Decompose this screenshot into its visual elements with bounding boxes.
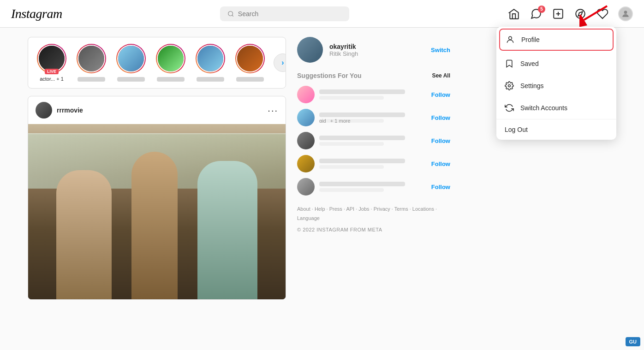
dropdown-logout-label: Log Out (505, 126, 528, 133)
explore-icon[interactable] (574, 7, 587, 20)
svg-point-5 (576, 9, 585, 18)
switch-accounts-button[interactable]: Switch (431, 47, 450, 53)
story-item[interactable] (75, 44, 107, 82)
stories-container: LIVE actor... + 1 (28, 37, 286, 89)
profile-avatar-button[interactable] (618, 6, 633, 21)
story-avatar (117, 45, 145, 72)
list-item: Follow (297, 178, 450, 196)
dropdown-profile-label: Profile (521, 36, 540, 43)
list-item: Follow (297, 86, 450, 103)
dropdown-logout[interactable]: Log Out (496, 119, 616, 140)
story-label-blurred (157, 77, 185, 82)
search-input[interactable] (238, 10, 342, 18)
story-item[interactable] (155, 44, 187, 82)
svg-point-11 (508, 85, 511, 87)
suggestion-avatar (297, 109, 315, 126)
notifications-icon[interactable] (596, 7, 609, 20)
svg-line-1 (232, 15, 233, 16)
story-avatar (38, 45, 66, 72)
svg-point-10 (509, 36, 512, 40)
svg-point-0 (228, 11, 233, 16)
stories-next-button[interactable]: › (274, 53, 286, 72)
svg-marker-6 (578, 12, 582, 16)
instagram-logo: Instagram (11, 6, 62, 21)
list-item: Follow (297, 155, 450, 172)
story-label-blurred (197, 77, 224, 82)
follow-button[interactable]: Follow (431, 160, 450, 167)
settings-icon (505, 81, 514, 90)
messages-icon[interactable]: 5 (530, 7, 543, 20)
story-label-blurred (78, 77, 105, 82)
post-card: rrrmovie ··· (28, 96, 286, 300)
suggestion-sub-bar (319, 142, 384, 146)
story-item[interactable] (115, 44, 147, 82)
story-label: actor... + 1 (40, 76, 64, 82)
suggestion-name-bar (319, 159, 405, 163)
profile-info: okayritik Ritik Singh Switch (297, 37, 450, 63)
header-nav: 5 (507, 6, 633, 21)
sidebar: okayritik Ritik Singh Switch Suggestions… (286, 28, 461, 350)
story-ring (116, 44, 146, 73)
dropdown-settings[interactable]: Settings (496, 75, 616, 97)
suggestion-avatar (297, 178, 315, 196)
post-avatar (36, 102, 52, 119)
figure-middle (131, 152, 178, 299)
story-avatar (157, 45, 185, 72)
messages-badge: 5 (538, 6, 545, 13)
profile-username[interactable]: okayritik (329, 43, 424, 50)
follow-button[interactable]: Follow (431, 137, 450, 144)
person-icon (506, 35, 515, 44)
suggestion-name-bar (319, 89, 405, 94)
see-all-button[interactable]: See All (432, 72, 450, 79)
story-label-blurred (236, 77, 264, 82)
suggestion-name-bar (319, 113, 405, 117)
story-ring (156, 44, 185, 73)
suggestion-info: gid_ + 1 more (319, 113, 427, 123)
suggestion-name-bar (319, 136, 405, 140)
story-ring (77, 44, 106, 73)
dropdown-saved[interactable]: Saved (496, 53, 616, 75)
story-ring (235, 44, 265, 73)
suggestion-name-bar (319, 182, 405, 186)
post-scene (28, 124, 286, 299)
story-avatar (78, 45, 105, 72)
create-icon[interactable] (552, 7, 565, 20)
follow-button[interactable]: Follow (431, 114, 450, 121)
list-item: gid_ + 1 more Follow (297, 109, 450, 126)
list-item: Follow (297, 132, 450, 149)
scene-figures (28, 124, 286, 299)
dropdown-settings-label: Settings (520, 82, 544, 89)
suggestion-avatar (297, 155, 315, 172)
footer-links: About · Help · Press · API · Jobs · Priv… (297, 205, 450, 223)
follow-button[interactable]: Follow (431, 184, 450, 190)
suggestion-avatar (297, 86, 315, 103)
home-icon[interactable] (507, 7, 520, 20)
story-item[interactable] (234, 44, 266, 82)
story-avatar (236, 45, 264, 72)
suggestions-title: Suggestions For You (297, 72, 362, 79)
profile-fullname: Ritik Singh (329, 50, 424, 57)
feed: LIVE actor... + 1 (0, 28, 286, 350)
dropdown-switch[interactable]: Switch Accounts (496, 97, 616, 119)
svg-point-7 (624, 11, 627, 14)
suggestion-info (319, 136, 427, 146)
dropdown-switch-label: Switch Accounts (520, 104, 567, 112)
dropdown-menu: Profile Saved Settings Switch Accounts (496, 27, 616, 140)
search-icon (227, 10, 234, 18)
post-username[interactable]: rrrmovie (57, 107, 83, 114)
story-avatar (197, 45, 224, 72)
story-item[interactable] (194, 44, 227, 82)
footer-copyright: © 2022 INSTAGRAM FROM META (297, 227, 450, 232)
story-item[interactable]: LIVE actor... + 1 (36, 44, 68, 82)
post-menu-button[interactable]: ··· (268, 105, 278, 116)
live-badge: LIVE (45, 69, 59, 74)
switch-icon (505, 103, 514, 113)
suggestion-info (319, 159, 427, 169)
suggestion-sub-text: gid_ + 1 more (319, 118, 351, 123)
post-image (28, 124, 286, 299)
search-bar[interactable] (220, 6, 349, 21)
story-label-blurred (117, 77, 145, 82)
dropdown-profile[interactable]: Profile (499, 29, 614, 51)
follow-button[interactable]: Follow (431, 91, 450, 98)
profile-pic (297, 37, 323, 63)
